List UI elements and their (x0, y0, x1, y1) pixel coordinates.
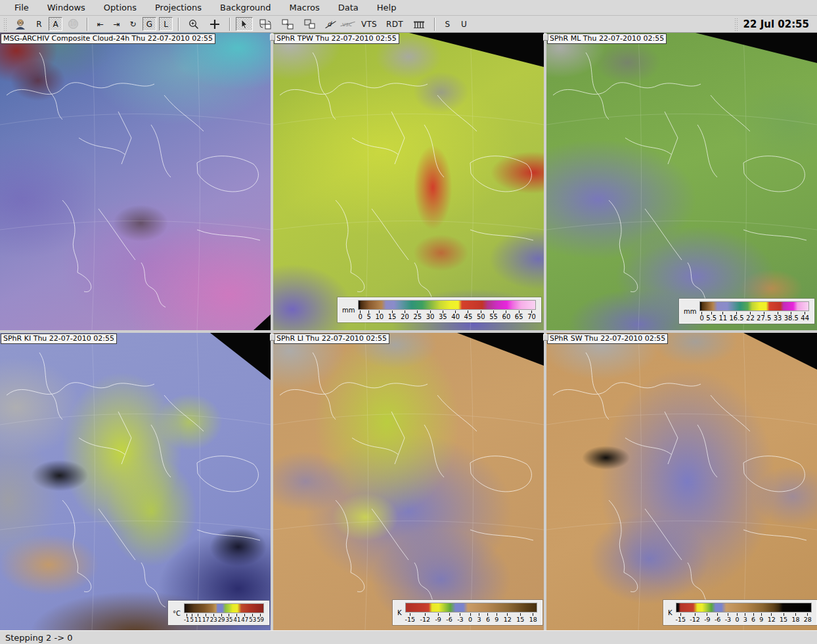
colorbar-tick-label: 44 (801, 312, 809, 322)
menu-item[interactable]: Projections (146, 1, 211, 14)
colorbar-tick-label: 41 (233, 614, 240, 623)
step-to-first-button[interactable]: ⇤ (93, 17, 107, 31)
coastline-overlay (546, 333, 817, 630)
colorbar-tick-label: 65 (515, 311, 523, 321)
circle-10-button[interactable]: 10 (65, 17, 81, 31)
menu-item[interactable]: Options (95, 1, 146, 14)
colorbar-tick-label: 6 (486, 613, 490, 623)
colorbar-tick-label: 29 (218, 614, 225, 623)
splitter-knob[interactable] (270, 334, 275, 341)
coastline-overlay (546, 33, 817, 330)
splitter-knob[interactable] (543, 34, 548, 41)
satellite-image-ki[interactable] (0, 333, 271, 630)
toolbar-drag-handle[interactable] (3, 18, 8, 31)
colorbar-ticks: -15111723293541475359 (184, 614, 264, 623)
colorbar-tick-label: 5.5 (706, 312, 717, 322)
vsc-tool-button[interactable]: vsc (339, 17, 355, 31)
colorbar-tick-label: 0 (358, 311, 362, 321)
colorbar-tick-label: 30 (426, 311, 435, 321)
colorbar-tick-label: 40 (451, 311, 460, 321)
colorbar-tick-label: 5 (366, 311, 370, 321)
panel-li[interactable]: SPhR LI Thu 22-07-2010 02:55 K -15-12-9-… (273, 333, 544, 630)
swap-frames-button[interactable] (255, 17, 275, 31)
satellite-image-composite[interactable] (0, 33, 271, 330)
operator-icon-button[interactable] (11, 17, 30, 31)
colorbar-tick-label: 3 (477, 613, 481, 623)
colorbar-tick-label: 35 (226, 614, 233, 623)
app-window: FileWindowsOptionsProjectionsBackgroundM… (0, 0, 817, 644)
colorbar-tick-label: -3 (725, 613, 731, 623)
s-button[interactable]: S (441, 17, 454, 31)
panel-title: SPhR LI Thu 22-07-2010 02:55 (274, 333, 389, 344)
swap-frames-icon (259, 18, 272, 30)
colorbar-tick-label: 22 (746, 312, 755, 322)
panel-sw[interactable]: SPhR SW Thu 22-07-2010 02:55 K -15-12-9-… (546, 333, 817, 630)
colorbar-tick-label: 0 (468, 613, 472, 623)
panel-tpw[interactable]: SPhR TPW Thu 22-07-2010 02:55 mm 0510152… (273, 33, 544, 330)
colorbar-tick-label: 15 (516, 613, 524, 623)
colorbar-tick-label: 27.5 (757, 312, 771, 322)
menu-item[interactable]: Background (211, 1, 280, 14)
panel-ki[interactable]: SPhR KI Thu 22-07-2010 02:55 °C -1511172… (0, 333, 271, 630)
colorbar-gradient (676, 603, 812, 612)
rdt-button[interactable]: RDT (383, 17, 407, 31)
colorbar-tick-label: 6 (751, 613, 755, 623)
colorbar-tick-label: 9 (759, 613, 763, 623)
toolbar-separator (178, 18, 179, 31)
colorbar-tick-label: 11 (718, 312, 727, 322)
pan-cross-icon (209, 18, 221, 30)
menu-item[interactable]: Windows (38, 1, 95, 14)
zoom-tool-button[interactable] (185, 17, 203, 31)
clock-drag-handle[interactable] (734, 18, 739, 31)
colorbar-ki: °C -15111723293541475359 (168, 601, 269, 625)
panel-ml[interactable]: SPhR ML Thu 22-07-2010 02:55 mm 05.51116… (546, 33, 817, 330)
coastline-overlay (273, 333, 544, 630)
colorbar-sw: K -15-12-9-6-3036912151828 (663, 600, 817, 625)
clock-display: 22 Jul 02:55 (743, 18, 809, 30)
bridge-view-button[interactable] (409, 17, 429, 31)
loop-animation-button[interactable]: ↻ (126, 17, 140, 31)
move-frame-button[interactable] (300, 17, 320, 31)
colorbar-tick-label: 17 (202, 614, 210, 623)
colorbar-tick-label: 15 (780, 613, 787, 623)
colorbar-tick-label: 47 (241, 614, 248, 623)
menu-item[interactable]: Data (329, 1, 368, 14)
colorbar-tick-label: 53 (249, 614, 256, 623)
colorbar-gradient (184, 603, 264, 613)
vts-button[interactable]: VTS (358, 17, 380, 31)
distance-icon: d (327, 20, 331, 28)
distance-tool-button[interactable]: d (322, 17, 336, 31)
select-cursor-tool-button[interactable] (236, 17, 253, 31)
u-button[interactable]: U (457, 17, 471, 31)
satellite-image-ml[interactable] (546, 33, 817, 330)
panel-title: SPhR TPW Thu 22-07-2010 02:55 (274, 33, 399, 44)
g-button[interactable]: G (143, 17, 156, 31)
menu-item[interactable]: Macros (280, 1, 329, 14)
satellite-image-tpw[interactable] (273, 33, 544, 330)
colorbar-ticks: 0510152025303540455055606570 (358, 311, 536, 321)
pan-tool-button[interactable] (206, 17, 224, 31)
panel-title: MSG-ARCHIV Composite Cloud-24h Thu 22-07… (1, 33, 215, 44)
l-button[interactable]: L (159, 17, 173, 31)
colorbar-tick-label: 12 (768, 613, 776, 623)
copy-frame-button[interactable] (278, 17, 298, 31)
panel-grid: MSG-ARCHIV Composite Cloud-24h Thu 22-07… (0, 33, 817, 630)
bridge-icon (412, 19, 426, 30)
copy-frame-icon (281, 18, 294, 30)
satellite-image-li[interactable] (273, 333, 544, 630)
satellite-image-sw[interactable] (546, 333, 817, 630)
menu-item[interactable]: File (5, 1, 38, 14)
step-to-last-button[interactable]: ⇥ (110, 17, 123, 31)
menu-item[interactable]: Help (368, 1, 406, 14)
colorbar-tick-label: -15 (405, 613, 416, 623)
colorbar-tick-label: 18 (529, 613, 537, 623)
colorbar-tick-label: 55 (489, 311, 498, 321)
panel-composite[interactable]: MSG-ARCHIV Composite Cloud-24h Thu 22-07… (0, 33, 271, 330)
splitter-knob[interactable] (543, 334, 548, 341)
splitter-knob[interactable] (270, 34, 275, 41)
colorbar-unit: K (668, 609, 673, 616)
r-button[interactable]: R (32, 17, 46, 31)
a-button[interactable]: A (49, 17, 62, 31)
colorbar-tick-label: -6 (446, 613, 452, 623)
colorbar-gradient (405, 603, 537, 612)
